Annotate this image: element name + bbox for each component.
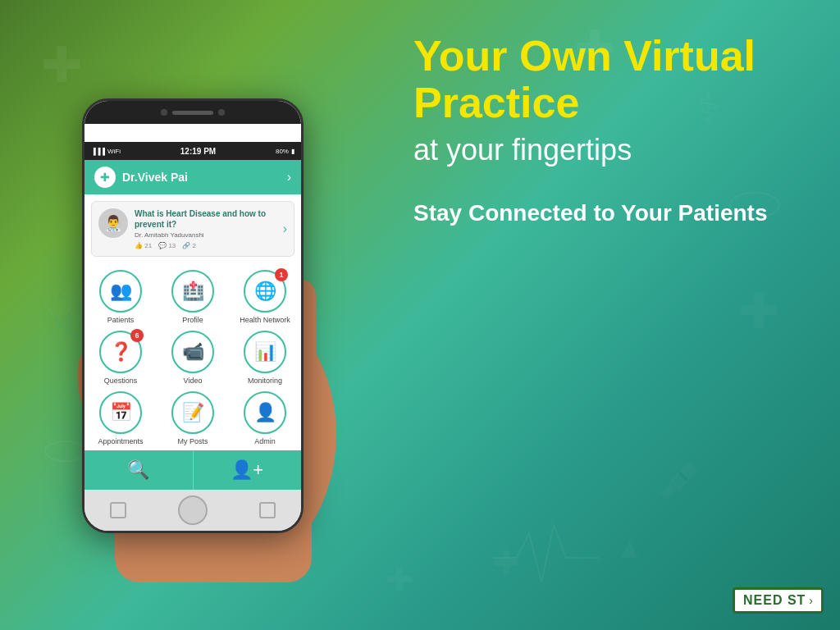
app-icon-label: Profile [182, 316, 203, 324]
app-logo: ✚ [94, 167, 116, 188]
app-icon-circle: 👥 [99, 270, 142, 313]
app-icon-circle: 📊 [244, 331, 286, 373]
app-icon-label: Monitoring [248, 377, 282, 385]
status-time: 12:19 PM [180, 147, 216, 156]
app-icon-admin[interactable]: 👤Admin [232, 391, 298, 445]
add-contact-nav-button[interactable]: 👤+ [194, 450, 302, 490]
news-stats: 👍 21 💬 13 🔗 2 [135, 242, 276, 249]
app-icon-circle: ❓6 [99, 331, 142, 373]
app-icon-health-network[interactable]: 🌐1Health Network [232, 270, 298, 324]
recent-button[interactable] [259, 502, 276, 518]
app-icon-label: Admin [254, 437, 276, 445]
right-text-area: Your Own Virtual Practice at your finger… [413, 33, 807, 226]
badge-count: 1 [275, 268, 288, 281]
phone-bottom-bar [84, 490, 301, 531]
app-icon-label: Patients [107, 316, 135, 324]
app-icon-questions[interactable]: ❓6Questions [88, 331, 153, 385]
news-arrow: › [283, 221, 287, 236]
app-header: ✚ Dr.Vivek Pai › [84, 160, 301, 194]
signal-icon: ▐▐▐ [91, 148, 105, 155]
news-title: What is Heart Disease and how to prevent… [135, 208, 276, 230]
app-icon-label: Appointments [98, 437, 143, 445]
phone-camera [161, 109, 167, 116]
app-icon-circle: 📝 [171, 391, 214, 434]
app-icon-circle: 📹 [171, 331, 214, 373]
news-author: Dr. Amitabh Yaduvanshi [135, 231, 276, 239]
app-icon-my-posts[interactable]: 📝My Posts [160, 391, 226, 445]
app-icon-circle: 👤 [244, 391, 286, 434]
phone-camera-2 [218, 109, 225, 116]
svg-text:✚: ✚ [492, 545, 520, 581]
tagline: Stay Connected to Your Patients [413, 200, 807, 226]
svg-text:✚: ✚ [738, 284, 779, 339]
phone-mockup: ▐▐▐ WiFi 12:19 PM 80%▮ ✚ Dr.Vivek Pai › [49, 49, 394, 582]
app-icon-label: Video [184, 377, 203, 385]
wifi-icon: WiFi [107, 148, 121, 155]
app-icon-label: My Posts [177, 437, 208, 445]
app-icon-label: Questions [104, 377, 138, 385]
app-icon-appointments[interactable]: 📅Appointments [88, 391, 153, 445]
phone-speaker [172, 111, 213, 115]
svg-text:▲: ▲ [615, 532, 644, 564]
app-icon-video[interactable]: 📹Video [160, 331, 226, 385]
headline: Your Own Virtual Practice [413, 33, 807, 126]
back-button[interactable] [110, 502, 126, 518]
headline-line1: Your Own Virtual Practice [413, 32, 756, 126]
phone-screen: ▐▐▐ WiFi 12:19 PM 80%▮ ✚ Dr.Vivek Pai › [84, 142, 301, 490]
bottom-nav: 🔍 👤+ [84, 450, 301, 490]
subheadline: at your fingertips [413, 133, 807, 167]
comments-count: 💬 13 [158, 242, 176, 249]
needst-sign: NEED ST › [733, 587, 824, 614]
home-button[interactable] [178, 495, 208, 525]
status-bar: ▐▐▐ WiFi 12:19 PM 80%▮ [84, 142, 301, 160]
needst-arrow: › [809, 594, 813, 607]
news-card[interactable]: 👨‍⚕️ What is Heart Disease and how to pr… [91, 201, 294, 257]
header-arrow: › [287, 170, 291, 185]
app-icon-patients[interactable]: 👥Patients [88, 270, 153, 324]
phone-top-bar [84, 101, 301, 124]
phone-shell: ▐▐▐ WiFi 12:19 PM 80%▮ ✚ Dr.Vivek Pai › [82, 98, 304, 533]
search-nav-button[interactable]: 🔍 [84, 450, 194, 490]
doctor-name: Dr.Vivek Pai [122, 171, 281, 184]
svg-text:💉: 💉 [656, 454, 708, 503]
likes-count: 👍 21 [135, 242, 152, 249]
news-content: What is Heart Disease and how to prevent… [135, 208, 276, 249]
battery-icon: 80%▮ [276, 148, 294, 155]
author-avatar: 👨‍⚕️ [98, 208, 128, 238]
app-icon-circle: 🏥 [171, 270, 214, 313]
app-grid: 👥Patients🏥Profile🌐1Health Network❓6Quest… [84, 263, 301, 452]
app-icon-monitoring[interactable]: 📊Monitoring [232, 331, 298, 385]
needst-text: NEED ST [743, 593, 806, 608]
app-icon-profile[interactable]: 🏥Profile [160, 270, 226, 324]
shares-count: 🔗 2 [182, 242, 196, 249]
status-icons: ▐▐▐ WiFi [91, 148, 121, 155]
app-icon-circle: 🌐1 [244, 270, 286, 313]
app-icon-circle: 📅 [99, 391, 142, 434]
app-icon-label: Health Network [240, 316, 290, 324]
badge-count: 6 [130, 329, 144, 342]
